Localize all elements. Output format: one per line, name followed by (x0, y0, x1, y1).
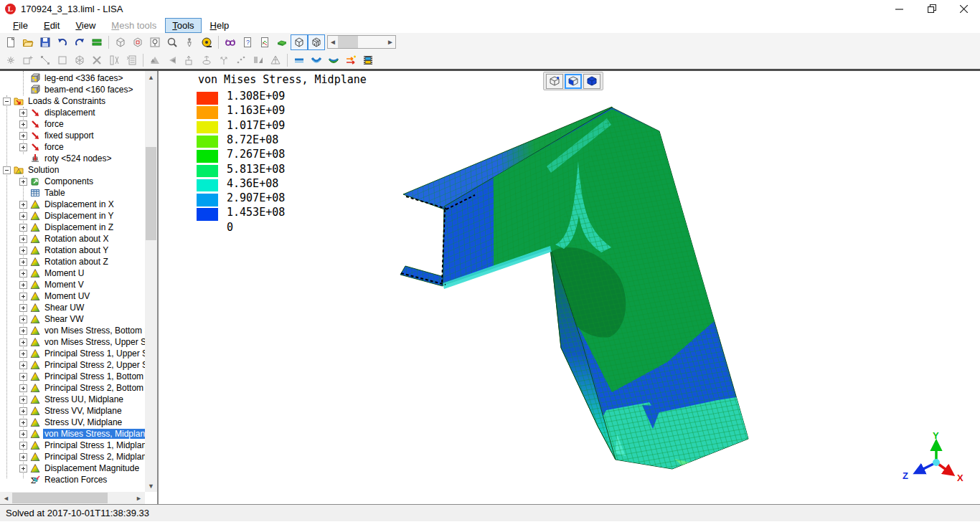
tree-item-fixed-support[interactable]: fixed support (0, 130, 145, 141)
scrollbar-thumb[interactable] (146, 147, 156, 240)
tree-item-beam-end-160-faces[interactable]: beam-end <160 faces> (0, 84, 145, 95)
tree-item-principal-stress-1-upper-surface[interactable]: Principal Stress 1, Upper Surface (0, 348, 145, 359)
expand-plus-icon[interactable] (19, 235, 27, 243)
tree-item-rotation-about-z[interactable]: Rotation about Z (0, 256, 145, 267)
mirror-copy-button[interactable] (250, 52, 267, 68)
tree-item-reaction-forces[interactable]: ΣReaction Forces (0, 474, 145, 485)
new-file-button[interactable] (2, 34, 19, 50)
scroll-right-icon[interactable]: ► (385, 36, 395, 48)
tree-horizontal-scrollbar[interactable]: ◄ ► (0, 492, 145, 504)
report-button[interactable]: ? (239, 34, 256, 50)
menu-help[interactable]: Help (203, 18, 237, 33)
hex-mesh-button[interactable] (71, 52, 88, 68)
edit-nodes-button[interactable] (37, 52, 54, 68)
refine-mesh-button[interactable] (2, 52, 19, 68)
tree-vertical-scrollbar[interactable]: ▲ ▼ (145, 71, 157, 492)
zoom-window-button[interactable] (146, 34, 164, 50)
branch-button[interactable] (215, 52, 232, 68)
save-file-button[interactable] (37, 34, 54, 50)
collapse-minus-icon[interactable] (3, 166, 11, 174)
tree-item-principal-stress-2-bottom-surface[interactable]: Principal Stress 2, Bottom Surface (0, 382, 145, 394)
tree-item-principal-stress-1-midplane[interactable]: Principal Stress 1, Midplane (0, 440, 145, 451)
zoom-dynamic-button[interactable] (181, 34, 198, 50)
expand-plus-icon[interactable] (19, 338, 27, 346)
expand-plus-icon[interactable] (19, 442, 27, 450)
quad-element-button[interactable] (54, 52, 71, 68)
expand-plus-icon[interactable] (19, 281, 27, 289)
node-coords-button[interactable] (105, 52, 123, 68)
expand-plus-icon[interactable] (19, 201, 27, 209)
expand-plus-icon[interactable] (19, 315, 27, 323)
revolve-button[interactable] (198, 52, 215, 68)
time-step-scrollbar[interactable]: ◄► (327, 35, 396, 49)
tree-item-loads-constraints[interactable]: Loads & Constraints (0, 95, 145, 107)
tree-item-solution[interactable]: Solution (0, 164, 145, 176)
model-viewport[interactable]: von Mises Stress, Midplane 1.308E+091.16… (159, 71, 980, 504)
tree-item-moment-u[interactable]: Moment U (0, 267, 145, 279)
tree-item-displacement-in-z[interactable]: Displacement in Z (0, 222, 145, 233)
tree-item-components[interactable]: Components (0, 176, 145, 187)
expand-plus-icon[interactable] (19, 120, 27, 128)
scrollbar-thumb[interactable] (338, 36, 358, 48)
element-list-button[interactable] (123, 52, 140, 68)
load-scale-button[interactable] (342, 52, 359, 68)
menu-edit[interactable]: Edit (37, 18, 67, 33)
expand-plus-icon[interactable] (19, 430, 27, 438)
node-points-button[interactable] (232, 52, 250, 68)
toggle-wireframe-button[interactable] (291, 34, 308, 50)
collapse-minus-icon[interactable] (3, 98, 11, 105)
tree-item-shear-uw[interactable]: Shear UW (0, 302, 145, 313)
new-element-button[interactable] (19, 52, 37, 68)
scroll-up-icon[interactable]: ▲ (145, 71, 157, 83)
tree-item-moment-uv[interactable]: Moment UV (0, 290, 145, 302)
zoom-button[interactable] (164, 34, 181, 50)
shell-flat-button[interactable] (291, 52, 308, 68)
extrude-button[interactable] (181, 52, 198, 68)
restore-button[interactable] (915, 0, 948, 17)
animate-button[interactable] (359, 52, 377, 68)
tetra-element-button[interactable] (267, 52, 284, 68)
tree-item-displacement-magnitude[interactable]: Displacement Magnitude (0, 462, 145, 474)
expand-plus-icon[interactable] (19, 270, 27, 277)
delete-element-button[interactable] (88, 52, 105, 68)
expand-plus-icon[interactable] (19, 419, 27, 427)
tree-item-roty-524-nodes[interactable]: roty <524 nodes> (0, 153, 145, 164)
expand-plus-icon[interactable] (19, 224, 27, 232)
expand-plus-icon[interactable] (19, 465, 27, 473)
expand-plus-icon[interactable] (19, 143, 27, 151)
tree-item-von-mises-stress-upper-surface[interactable]: von Mises Stress, Upper Surface (0, 336, 145, 348)
mesh-lines-button[interactable] (88, 34, 105, 50)
tree-item-stress-uv-midplane[interactable]: Stress UV, Midplane (0, 417, 145, 428)
expand-plus-icon[interactable] (19, 384, 27, 392)
expand-plus-icon[interactable] (19, 293, 27, 300)
model-canvas[interactable]: Y X Z (159, 71, 980, 504)
toggle-mesh-button[interactable] (308, 34, 325, 50)
tree-item-stress-uu-midplane[interactable]: Stress UU, Midplane (0, 394, 145, 405)
tree-item-moment-v[interactable]: Moment V (0, 279, 145, 290)
menu-file[interactable]: File (6, 18, 35, 33)
shell-thick-button[interactable] (325, 52, 342, 68)
tree-item-shear-vw[interactable]: Shear VW (0, 313, 145, 325)
open-file-button[interactable] (19, 34, 37, 50)
plot-button[interactable] (256, 34, 273, 50)
tree-item-force[interactable]: force (0, 118, 145, 130)
scroll-right-icon[interactable]: ► (133, 492, 145, 504)
tree-item-stress-vv-midplane[interactable]: Stress VV, Midplane (0, 405, 145, 417)
tree-item-principal-stress-1-bottom-surface[interactable]: Principal Stress 1, Bottom Surface (0, 371, 145, 382)
expand-plus-icon[interactable] (19, 247, 27, 255)
expand-plus-icon[interactable] (19, 327, 27, 335)
tree-item-force[interactable]: force (0, 141, 145, 153)
close-button[interactable] (948, 0, 980, 17)
tree-item-displacement-in-y[interactable]: Displacement in Y (0, 210, 145, 222)
measure-button[interactable] (198, 34, 215, 50)
tree-item-principal-stress-2-upper-surface[interactable]: Principal Stress 2, Upper Surface (0, 359, 145, 371)
scroll-left-icon[interactable]: ◄ (328, 36, 338, 48)
expand-plus-icon[interactable] (19, 304, 27, 312)
expand-plus-icon[interactable] (19, 350, 27, 358)
expand-plus-icon[interactable] (19, 396, 27, 404)
menu-tools[interactable]: Tools (165, 18, 201, 33)
shrink-selection-button[interactable] (164, 52, 181, 68)
tree-item-rotation-about-y[interactable]: Rotation about Y (0, 245, 145, 256)
tree-item-rotation-about-x[interactable]: Rotation about X (0, 233, 145, 245)
menu-view[interactable]: View (68, 18, 103, 33)
